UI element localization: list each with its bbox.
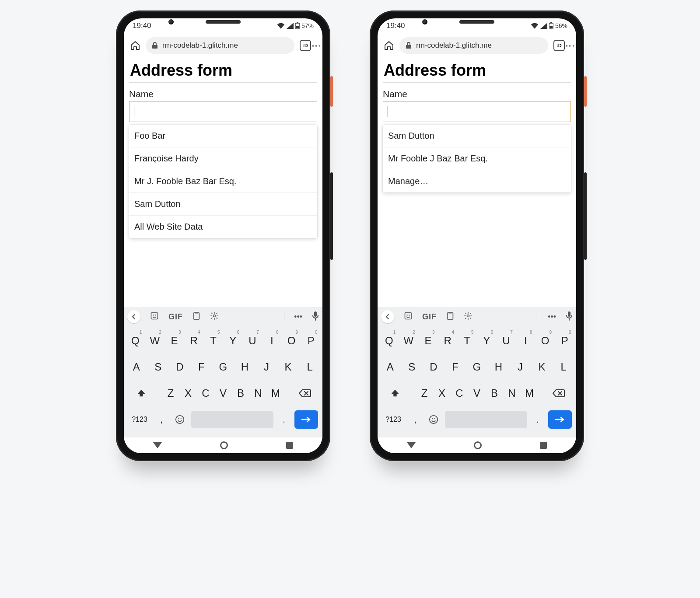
key-w[interactable]: W2 — [146, 329, 164, 353]
key-q[interactable]: Q1 — [126, 329, 144, 353]
key-z[interactable]: Z — [416, 381, 433, 405]
sticker-icon[interactable] — [404, 311, 413, 322]
suggestion-item[interactable]: All Web Site Data — [129, 215, 317, 238]
nav-back-icon[interactable] — [407, 442, 416, 448]
key-c[interactable]: C — [451, 381, 468, 405]
url-bar[interactable]: rm-codelab-1.glitch.me — [399, 37, 548, 54]
key-r[interactable]: R4 — [185, 329, 203, 353]
key-z[interactable]: Z — [162, 381, 179, 405]
backspace-key[interactable] — [294, 389, 316, 398]
name-input[interactable] — [129, 101, 317, 122]
gear-icon[interactable] — [464, 311, 472, 322]
key-o[interactable]: O9 — [536, 329, 554, 353]
key-k[interactable]: K — [532, 355, 552, 379]
key-u[interactable]: U7 — [244, 329, 261, 353]
enter-key[interactable] — [548, 410, 572, 429]
symbols-key[interactable]: ?123 — [128, 408, 151, 431]
nav-recents-icon[interactable] — [540, 442, 547, 449]
nav-recents-icon[interactable] — [286, 442, 293, 449]
key-l[interactable]: L — [554, 355, 573, 379]
key-f[interactable]: F — [192, 355, 211, 379]
key-m[interactable]: M — [521, 381, 538, 405]
key-g[interactable]: G — [214, 355, 233, 379]
suggestion-item[interactable]: Sam Dutton — [383, 125, 571, 147]
key-h[interactable]: H — [489, 355, 508, 379]
key-j[interactable]: J — [257, 355, 276, 379]
symbols-key[interactable]: ?123 — [382, 408, 405, 431]
emoji-key[interactable] — [426, 408, 441, 431]
more-icon[interactable]: ••• — [294, 312, 302, 322]
key-t[interactable]: T5 — [205, 329, 222, 353]
key-v[interactable]: V — [214, 381, 232, 405]
emoji-key[interactable] — [172, 408, 188, 431]
key-p[interactable]: P0 — [302, 329, 320, 353]
key-w[interactable]: W2 — [400, 329, 417, 353]
key-m[interactable]: M — [267, 381, 284, 405]
key-i[interactable]: I8 — [517, 329, 534, 353]
key-o[interactable]: O9 — [283, 329, 300, 353]
mic-icon[interactable] — [566, 311, 573, 323]
gif-icon[interactable]: GIF — [168, 312, 183, 322]
key-u[interactable]: U7 — [497, 329, 515, 353]
name-input[interactable] — [383, 101, 571, 122]
key-p[interactable]: P0 — [556, 329, 574, 353]
key-d[interactable]: D — [170, 355, 189, 379]
enter-key[interactable] — [294, 410, 318, 429]
key-n[interactable]: N — [249, 381, 267, 405]
more-icon[interactable]: ••• — [548, 312, 556, 322]
key-s[interactable]: S — [402, 355, 421, 379]
key-a[interactable]: A — [381, 355, 400, 379]
key-f[interactable]: F — [445, 355, 465, 379]
suggestion-item[interactable]: Foo Bar — [129, 125, 317, 147]
clipboard-icon[interactable] — [192, 311, 200, 322]
home-icon[interactable] — [130, 40, 140, 51]
key-i[interactable]: I8 — [263, 329, 280, 353]
key-v[interactable]: V — [468, 381, 486, 405]
spacebar-key[interactable] — [445, 411, 527, 428]
sticker-icon[interactable] — [150, 311, 159, 322]
shift-key[interactable] — [384, 388, 406, 398]
home-icon[interactable] — [384, 40, 394, 51]
key-g[interactable]: G — [467, 355, 486, 379]
period-key[interactable]: . — [277, 408, 291, 431]
key-x[interactable]: X — [433, 381, 451, 405]
key-y[interactable]: Y6 — [224, 329, 242, 353]
key-j[interactable]: J — [511, 355, 530, 379]
key-e[interactable]: E3 — [419, 329, 437, 353]
key-n[interactable]: N — [503, 381, 521, 405]
period-key[interactable]: . — [531, 408, 545, 431]
key-y[interactable]: Y6 — [478, 329, 495, 353]
key-l[interactable]: L — [300, 355, 319, 379]
comma-key[interactable]: , — [408, 408, 422, 431]
gear-icon[interactable] — [210, 311, 219, 322]
mic-icon[interactable] — [312, 311, 319, 323]
key-b[interactable]: B — [486, 381, 503, 405]
key-e[interactable]: E3 — [165, 329, 183, 353]
gif-icon[interactable]: GIF — [422, 312, 437, 322]
chevron-left-icon[interactable] — [381, 310, 394, 323]
suggestion-item[interactable]: Françoise Hardy — [129, 147, 317, 170]
key-k[interactable]: K — [279, 355, 298, 379]
suggestion-item[interactable]: Manage… — [383, 170, 571, 192]
backspace-key[interactable] — [548, 389, 570, 398]
clipboard-icon[interactable] — [446, 311, 454, 322]
tab-switcher[interactable]: :D — [553, 40, 565, 51]
comma-key[interactable]: , — [154, 408, 168, 431]
key-a[interactable]: A — [127, 355, 146, 379]
url-bar[interactable]: rm-codelab-1.glitch.me — [146, 37, 294, 54]
key-t[interactable]: T5 — [458, 329, 476, 353]
suggestion-item[interactable]: Mr J. Fooble Baz Bar Esq. — [129, 170, 317, 192]
key-r[interactable]: R4 — [439, 329, 456, 353]
tab-switcher[interactable]: :D — [300, 40, 311, 51]
key-b[interactable]: B — [232, 381, 249, 405]
nav-home-icon[interactable] — [474, 441, 482, 449]
chevron-left-icon[interactable] — [127, 310, 140, 323]
spacebar-key[interactable] — [191, 411, 273, 428]
key-h[interactable]: H — [235, 355, 255, 379]
suggestion-item[interactable]: Sam Dutton — [129, 192, 317, 215]
key-q[interactable]: Q1 — [380, 329, 398, 353]
nav-back-icon[interactable] — [153, 442, 162, 448]
suggestion-item[interactable]: Mr Fooble J Baz Bar Esq. — [383, 147, 571, 170]
key-s[interactable]: S — [148, 355, 168, 379]
key-x[interactable]: X — [179, 381, 197, 405]
